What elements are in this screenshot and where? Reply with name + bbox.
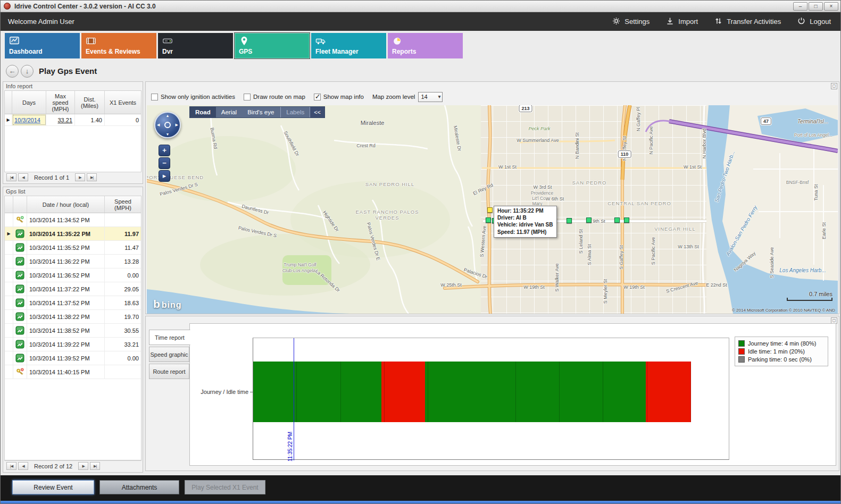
gps-row[interactable]: 10/3/2014 11:39:22 PM33.21 [5, 338, 141, 351]
map-style-aerial[interactable]: Aerial [216, 107, 242, 117]
tab-route-report[interactable]: Route report [149, 364, 189, 379]
map-label: Nagoya Way [733, 250, 757, 273]
gps-row[interactable]: 10/3/2014 11:36:22 PM13.28 [5, 255, 141, 268]
gps-row[interactable]: 10/3/2014 11:38:22 PM19.70 [5, 310, 141, 324]
map-pan-control[interactable]: ▲ ▼ ◀ ▶ [154, 112, 181, 138]
play-selected-x1-event-button[interactable]: Play Selected X1 Event [185, 480, 265, 494]
checkbox-box [151, 94, 158, 100]
pager-last-button[interactable]: ▶| [87, 173, 97, 181]
top-nav-bar: Welcome Admin User Settings Import Trans… [1, 12, 840, 31]
bar-segment-journey [253, 362, 381, 422]
legend-item: Idle time: 1 min (20%) [738, 348, 825, 355]
checkbox-show-map-info[interactable]: Show map info [314, 94, 364, 100]
column-header-x1-events[interactable]: X1 Events [105, 91, 141, 114]
dashboard-icon [9, 36, 20, 46]
bing-logo: b bing [153, 298, 182, 310]
column-header-speed[interactable]: Speed (MPH) [105, 196, 141, 213]
gps-date-cell: 10/3/2014 11:35:52 PM [27, 241, 105, 254]
gps-point-marker[interactable] [614, 217, 620, 223]
row-selector-header [5, 196, 13, 213]
gps-row[interactable]: 10/3/2014 11:36:52 PM0.00 [5, 268, 141, 282]
map-label: Avalon-San Pedro Ferry [725, 205, 758, 257]
gps-speed-cell: 19.70 [105, 310, 141, 323]
tab-time-report[interactable]: Time report [149, 330, 190, 345]
column-header-max-speed[interactable]: Max speed (MPH) [46, 91, 75, 114]
current-row-arrow-icon: ▶ [5, 114, 12, 125]
gps-point-marker[interactable] [567, 218, 572, 223]
days-cell[interactable]: 10/3/2014 [12, 114, 46, 125]
column-header-dist[interactable]: Dist. (Miles) [75, 91, 105, 114]
map-label: W Summerland Ave [517, 138, 559, 143]
module-tile-dashboard[interactable]: Dashboard [5, 33, 80, 58]
gps-row[interactable]: ▶10/3/2014 11:35:22 PM11.97 [5, 227, 141, 241]
collapse-panel-button[interactable]: ◻ [831, 83, 837, 89]
row-selector [5, 310, 13, 323]
gps-row[interactable]: 10/3/2014 11:35:52 PM11.47 [5, 241, 141, 255]
map-zoom-select[interactable]: 14 [418, 92, 443, 102]
page-title: Play Gps Event [39, 66, 97, 75]
import-button[interactable]: Import [665, 16, 698, 27]
pager-prev-button[interactable]: ◀ [18, 462, 28, 470]
tooltip-vehicle: Vehicle: idrive Van SB [497, 221, 553, 228]
gps-icon [13, 310, 27, 323]
map-expand-button[interactable]: ▸ [159, 170, 170, 182]
checkbox-draw-route-on-map[interactable]: Draw route on map [244, 94, 305, 100]
gps-point-marker[interactable] [486, 217, 491, 223]
pager-prev-button[interactable]: ◀ [18, 173, 28, 181]
collapse-down-button[interactable]: ↓ [21, 65, 34, 78]
map-style-bird-s-eye[interactable]: Bird's eye [242, 107, 279, 117]
pager-first-button[interactable]: |◀ [6, 173, 16, 181]
map-zoom-out-button[interactable]: − [159, 157, 170, 169]
gps-point-marker[interactable] [624, 217, 629, 223]
pager-next-button[interactable]: ▶ [75, 173, 85, 181]
map-style-collapse-button[interactable]: << [310, 107, 324, 117]
gps-row[interactable]: 10/3/2014 11:34:52 PM [5, 213, 141, 227]
gps-row[interactable]: 10/3/2014 11:39:52 PM0.00 [5, 351, 141, 365]
module-tile-fleet-manager[interactable]: Fleet Manager [311, 33, 386, 58]
checkbox-show-only-ignition-activities[interactable]: Show only ignition activities [151, 94, 235, 100]
gps-row[interactable]: 10/3/2014 11:40:15 PM [5, 365, 141, 379]
settings-label: Settings [624, 18, 650, 26]
pager-next-button[interactable]: ▶ [78, 462, 88, 470]
pager-last-button[interactable]: ▶| [90, 462, 100, 470]
module-tile-gps[interactable]: GPS [235, 33, 310, 58]
maximize-button[interactable]: □ [809, 2, 823, 11]
map-label: VINEGAR HILL [654, 226, 695, 232]
column-header-days[interactable]: Days [12, 91, 46, 114]
gps-point-marker[interactable] [586, 217, 592, 223]
gps-row[interactable]: 10/3/2014 11:37:22 PM29.05 [5, 282, 141, 296]
review-event-button[interactable]: Review Event [12, 480, 94, 494]
tooltip-speed: Speed: 11.97 (MPH) [497, 229, 553, 236]
module-tile-dvr[interactable]: Dvr [158, 33, 233, 58]
event-start-marker[interactable] [487, 207, 493, 213]
gps-row[interactable]: 10/3/2014 11:38:52 PM30.55 [5, 324, 141, 338]
page-header: ← ↓ Play Gps Event [1, 61, 840, 81]
module-tile-reports[interactable]: Reports [388, 33, 463, 58]
down-arrow-icon: ↓ [26, 67, 29, 75]
map-zoom-in-button[interactable]: + [159, 145, 170, 156]
bar-segment-idle [381, 362, 425, 422]
transfer-activities-button[interactable]: Transfer Activities [714, 16, 781, 27]
map-view[interactable]: MiralesteCrest RdBurma RdSouthfield DrMi… [147, 105, 838, 314]
info-row[interactable]: ▶ 10/3/2014 33.21 1.40 0 [5, 114, 141, 126]
checkbox-label: Show map info [323, 94, 364, 100]
minimize-button[interactable]: – [793, 2, 807, 11]
map-style-road[interactable]: Road [190, 107, 216, 117]
transfer-icon [714, 16, 723, 27]
map-label: S Seaside Ave [769, 247, 775, 278]
map-label: Miraleste Dr [453, 125, 462, 152]
pager-first-button[interactable]: |◀ [6, 462, 16, 470]
column-header-date[interactable]: Date / hour (local) [27, 196, 105, 213]
settings-button[interactable]: Settings [612, 16, 650, 27]
logout-button[interactable]: Logout [797, 16, 831, 27]
back-button[interactable]: ← [6, 65, 19, 78]
tab-speed-graphic[interactable]: Speed graphic [149, 347, 189, 362]
map-style-labels[interactable]: Labels [280, 107, 310, 117]
map-label: SAN PEDRO HILL [365, 181, 415, 187]
attachments-button[interactable]: Attachments [99, 480, 179, 494]
max-speed-cell[interactable]: 33.21 [46, 114, 75, 125]
close-button[interactable]: × [824, 2, 838, 11]
module-tile-events-reviews[interactable]: Events & Reviews [81, 33, 156, 58]
gps-row[interactable]: 10/3/2014 11:37:52 PM18.63 [5, 296, 141, 310]
pager-text: Record 2 of 12 [34, 463, 72, 469]
